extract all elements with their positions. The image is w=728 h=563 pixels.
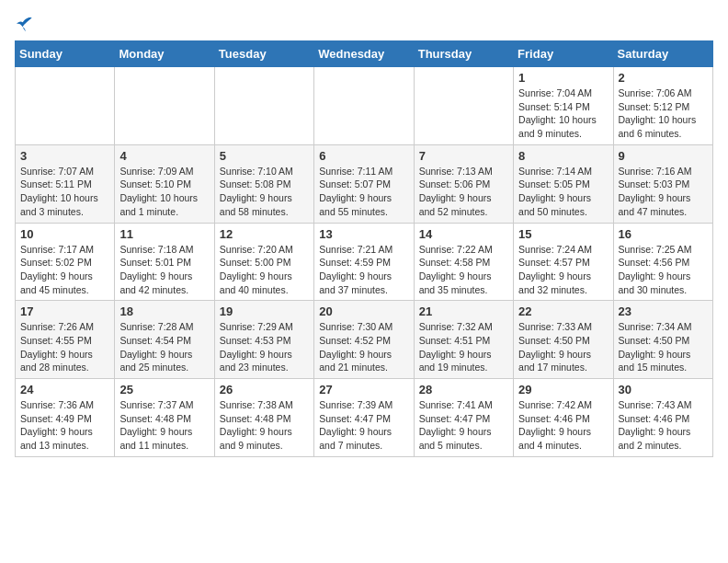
calendar-cell: 1Sunrise: 7:04 AMSunset: 5:14 PMDaylight… — [514, 67, 613, 145]
day-header-sunday: Sunday — [16, 41, 115, 67]
day-number: 3 — [20, 149, 109, 163]
calendar-week-row: 1Sunrise: 7:04 AMSunset: 5:14 PMDaylight… — [16, 67, 713, 145]
day-number: 7 — [419, 149, 508, 163]
day-info: Sunrise: 7:43 AMSunset: 4:46 PMDaylight:… — [619, 398, 708, 453]
day-number: 2 — [619, 71, 708, 85]
day-number: 1 — [518, 71, 608, 85]
day-number: 16 — [619, 227, 708, 241]
calendar-cell — [16, 67, 115, 145]
calendar-cell: 24Sunrise: 7:36 AMSunset: 4:49 PMDayligh… — [16, 379, 115, 457]
calendar-cell: 11Sunrise: 7:18 AMSunset: 5:01 PMDayligh… — [115, 223, 214, 301]
calendar-cell: 3Sunrise: 7:07 AMSunset: 5:11 PMDaylight… — [16, 144, 115, 223]
calendar-cell: 28Sunrise: 7:41 AMSunset: 4:47 PMDayligh… — [414, 379, 513, 457]
day-info: Sunrise: 7:24 AMSunset: 4:57 PMDaylight:… — [518, 243, 608, 297]
day-info: Sunrise: 7:36 AMSunset: 4:49 PMDaylight:… — [20, 398, 109, 453]
day-header-tuesday: Tuesday — [214, 41, 313, 67]
day-number: 20 — [319, 304, 408, 318]
day-info: Sunrise: 7:11 AMSunset: 5:07 PMDaylight:… — [319, 165, 408, 219]
day-info: Sunrise: 7:26 AMSunset: 4:55 PMDaylight:… — [20, 320, 109, 374]
day-info: Sunrise: 7:18 AMSunset: 5:01 PMDaylight:… — [119, 243, 209, 297]
day-info: Sunrise: 7:41 AMSunset: 4:47 PMDaylight:… — [419, 398, 508, 453]
calendar-week-row: 10Sunrise: 7:17 AMSunset: 5:02 PMDayligh… — [16, 223, 713, 301]
calendar-cell: 17Sunrise: 7:26 AMSunset: 4:55 PMDayligh… — [16, 301, 115, 379]
day-number: 21 — [419, 304, 508, 318]
day-number: 9 — [619, 149, 708, 163]
calendar-cell: 18Sunrise: 7:28 AMSunset: 4:54 PMDayligh… — [115, 301, 214, 379]
day-info: Sunrise: 7:25 AMSunset: 4:56 PMDaylight:… — [619, 243, 708, 297]
calendar-body: 1Sunrise: 7:04 AMSunset: 5:14 PMDaylight… — [16, 67, 713, 457]
day-info: Sunrise: 7:21 AMSunset: 4:59 PMDaylight:… — [319, 243, 408, 297]
day-info: Sunrise: 7:14 AMSunset: 5:05 PMDaylight:… — [518, 165, 608, 219]
day-number: 18 — [119, 304, 209, 318]
day-number: 8 — [518, 149, 608, 163]
day-info: Sunrise: 7:39 AMSunset: 4:47 PMDaylight:… — [319, 398, 408, 453]
calendar-cell: 27Sunrise: 7:39 AMSunset: 4:47 PMDayligh… — [314, 379, 414, 457]
day-number: 4 — [119, 149, 209, 163]
day-number: 30 — [619, 383, 708, 396]
calendar-cell — [115, 67, 214, 145]
calendar-cell: 7Sunrise: 7:13 AMSunset: 5:06 PMDaylight… — [414, 144, 513, 223]
calendar-cell — [214, 67, 313, 145]
day-info: Sunrise: 7:16 AMSunset: 5:03 PMDaylight:… — [619, 165, 708, 219]
days-header-row: SundayMondayTuesdayWednesdayThursdayFrid… — [16, 41, 713, 67]
calendar-cell: 15Sunrise: 7:24 AMSunset: 4:57 PMDayligh… — [514, 223, 613, 301]
day-number: 22 — [518, 304, 608, 318]
day-number: 27 — [319, 383, 408, 396]
calendar-cell: 22Sunrise: 7:33 AMSunset: 4:50 PMDayligh… — [514, 301, 613, 379]
day-number: 19 — [220, 304, 309, 318]
day-info: Sunrise: 7:22 AMSunset: 4:58 PMDaylight:… — [419, 243, 508, 297]
day-number: 14 — [419, 227, 508, 241]
calendar-cell: 26Sunrise: 7:38 AMSunset: 4:48 PMDayligh… — [214, 379, 313, 457]
calendar-week-row: 3Sunrise: 7:07 AMSunset: 5:11 PMDaylight… — [16, 144, 713, 223]
calendar-cell: 4Sunrise: 7:09 AMSunset: 5:10 PMDaylight… — [115, 144, 214, 223]
day-info: Sunrise: 7:33 AMSunset: 4:50 PMDaylight:… — [518, 320, 608, 374]
day-info: Sunrise: 7:28 AMSunset: 4:54 PMDaylight:… — [119, 320, 209, 374]
day-number: 12 — [220, 227, 309, 241]
calendar-cell: 10Sunrise: 7:17 AMSunset: 5:02 PMDayligh… — [16, 223, 115, 301]
day-info: Sunrise: 7:10 AMSunset: 5:08 PMDaylight:… — [220, 165, 309, 219]
calendar-cell: 25Sunrise: 7:37 AMSunset: 4:48 PMDayligh… — [115, 379, 214, 457]
day-header-friday: Friday — [514, 41, 613, 67]
day-number: 5 — [220, 149, 309, 163]
day-header-monday: Monday — [115, 41, 214, 67]
calendar-cell: 23Sunrise: 7:34 AMSunset: 4:50 PMDayligh… — [613, 301, 712, 379]
day-number: 23 — [619, 304, 708, 318]
calendar-cell: 8Sunrise: 7:14 AMSunset: 5:05 PMDaylight… — [514, 144, 613, 223]
day-info: Sunrise: 7:37 AMSunset: 4:48 PMDaylight:… — [119, 398, 209, 453]
day-number: 25 — [119, 383, 209, 396]
calendar-cell: 14Sunrise: 7:22 AMSunset: 4:58 PMDayligh… — [414, 223, 513, 301]
day-number: 15 — [518, 227, 608, 241]
calendar-table: SundayMondayTuesdayWednesdayThursdayFrid… — [15, 40, 713, 457]
calendar-week-row: 24Sunrise: 7:36 AMSunset: 4:49 PMDayligh… — [16, 379, 713, 457]
day-info: Sunrise: 7:17 AMSunset: 5:02 PMDaylight:… — [20, 243, 109, 297]
calendar-cell: 16Sunrise: 7:25 AMSunset: 4:56 PMDayligh… — [613, 223, 712, 301]
day-info: Sunrise: 7:42 AMSunset: 4:46 PMDaylight:… — [518, 398, 608, 453]
day-number: 10 — [20, 227, 109, 241]
header — [15, 15, 713, 33]
day-info: Sunrise: 7:09 AMSunset: 5:10 PMDaylight:… — [119, 165, 209, 219]
calendar-cell — [414, 67, 513, 145]
calendar-week-row: 17Sunrise: 7:26 AMSunset: 4:55 PMDayligh… — [16, 301, 713, 379]
day-number: 6 — [319, 149, 408, 163]
day-info: Sunrise: 7:06 AMSunset: 5:12 PMDaylight:… — [619, 86, 708, 141]
day-info: Sunrise: 7:38 AMSunset: 4:48 PMDaylight:… — [220, 398, 309, 453]
calendar-cell: 19Sunrise: 7:29 AMSunset: 4:53 PMDayligh… — [214, 301, 313, 379]
day-info: Sunrise: 7:29 AMSunset: 4:53 PMDaylight:… — [220, 320, 309, 374]
day-number: 13 — [319, 227, 408, 241]
day-info: Sunrise: 7:32 AMSunset: 4:51 PMDaylight:… — [419, 320, 508, 374]
day-number: 11 — [119, 227, 209, 241]
day-number: 24 — [20, 383, 109, 396]
calendar-cell: 5Sunrise: 7:10 AMSunset: 5:08 PMDaylight… — [214, 144, 313, 223]
day-info: Sunrise: 7:34 AMSunset: 4:50 PMDaylight:… — [619, 320, 708, 374]
calendar-cell: 12Sunrise: 7:20 AMSunset: 5:00 PMDayligh… — [214, 223, 313, 301]
day-number: 26 — [220, 383, 309, 396]
calendar-cell: 21Sunrise: 7:32 AMSunset: 4:51 PMDayligh… — [414, 301, 513, 379]
calendar-cell — [314, 67, 414, 145]
day-number: 29 — [518, 383, 608, 396]
page-container: SundayMondayTuesdayWednesdayThursdayFrid… — [15, 15, 713, 457]
day-number: 17 — [20, 304, 109, 318]
logo — [15, 15, 35, 33]
calendar-cell: 9Sunrise: 7:16 AMSunset: 5:03 PMDaylight… — [613, 144, 712, 223]
calendar-cell: 29Sunrise: 7:42 AMSunset: 4:46 PMDayligh… — [514, 379, 613, 457]
logo-bird-icon — [17, 15, 35, 33]
